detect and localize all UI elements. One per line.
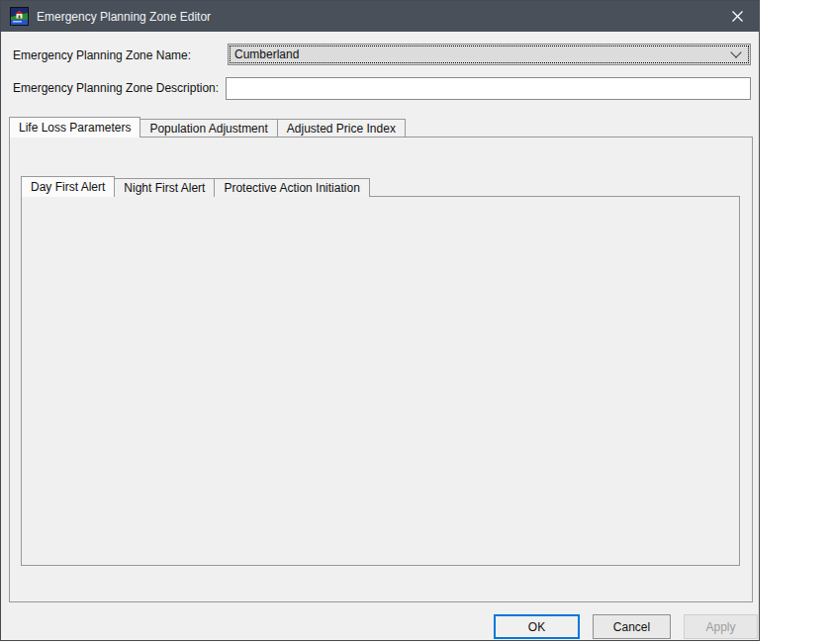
main-tab-bar: Life Loss Parameters Population Adjustme…: [9, 117, 405, 138]
title-bar: Emergency Planning Zone Editor: [1, 1, 759, 32]
day-first-alert-panel: [21, 196, 740, 566]
close-icon: [732, 11, 743, 22]
zone-name-combobox[interactable]: Cumberland: [228, 44, 751, 65]
zone-name-value: Cumberland: [234, 47, 299, 61]
zone-description-input[interactable]: [226, 77, 751, 100]
alert-tab-bar: Day First Alert Night First Alert Protec…: [21, 176, 369, 197]
chevron-down-icon: [730, 46, 741, 57]
tab-life-loss-parameters[interactable]: Life Loss Parameters: [9, 117, 140, 138]
tab-night-first-alert[interactable]: Night First Alert: [114, 178, 215, 197]
tab-population-adjustment[interactable]: Population Adjustment: [139, 119, 277, 138]
ok-button[interactable]: OK: [494, 614, 580, 639]
window-title: Emergency Planning Zone Editor: [37, 10, 211, 24]
close-button[interactable]: [715, 1, 759, 32]
cancel-button[interactable]: Cancel: [593, 614, 671, 639]
tab-day-first-alert[interactable]: Day First Alert: [21, 176, 115, 197]
zone-description-label: Emergency Planning Zone Description:: [13, 81, 219, 95]
zone-name-label: Emergency Planning Zone Name:: [13, 48, 191, 62]
tab-adjusted-price-index[interactable]: Adjusted Price Index: [277, 119, 406, 138]
apply-button: Apply: [684, 614, 758, 639]
emergency-planning-zone-editor-dialog: Emergency Planning Zone Editor Emergency…: [0, 0, 760, 641]
tab-protective-action-initiation[interactable]: Protective Action Initiation: [214, 178, 369, 197]
app-icon: [10, 7, 29, 26]
